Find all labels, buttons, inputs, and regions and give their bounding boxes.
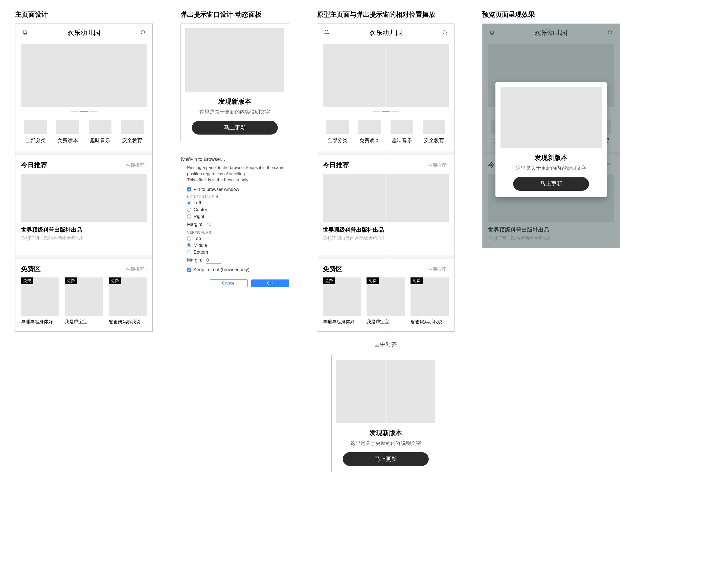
- col2-title: 弹出提示窗口设计-动态面板: [180, 10, 289, 19]
- svg-line-1: [144, 34, 145, 35]
- h-pin-right[interactable]: Right: [187, 214, 289, 219]
- bell-icon[interactable]: [21, 29, 29, 36]
- free-item[interactable]: 免费 爸爸妈妈听我说: [109, 277, 147, 325]
- free-more-link[interactable]: 往期推荐›: [126, 266, 147, 272]
- search-icon[interactable]: [441, 29, 449, 36]
- free-more-link[interactable]: 往期推荐›: [428, 266, 449, 272]
- recommend-title: 今日推荐: [21, 161, 47, 169]
- col-preview: 预览页面呈现效果 欢乐幼儿园 全部: [482, 10, 620, 269]
- popup-image-placeholder: [501, 87, 602, 148]
- recommend-image-placeholder[interactable]: [21, 174, 147, 222]
- category-item[interactable]: 全部分类: [23, 120, 48, 144]
- col-layout-relation: 原型主页面与弹出提示窗的相对位置摆放 欢乐幼儿园 全部分类 免费读本: [317, 10, 454, 472]
- free-section: 免费区 往期推荐› 免费 早睡早起身体好 免费 我是乖宝宝 免费: [15, 259, 152, 331]
- col3-title: 原型主页面与弹出提示窗的相对位置摆放: [317, 10, 435, 19]
- svg-point-0: [141, 31, 145, 34]
- hero-banner-placeholder[interactable]: [21, 44, 147, 107]
- horizontal-pin-label: HORIZONTAL PIN: [187, 195, 289, 199]
- category-item[interactable]: 趣味音乐: [87, 120, 113, 144]
- popup-image-placeholder: [185, 28, 284, 92]
- vertical-pin-label: VERTICAL PIN: [187, 230, 289, 234]
- popup-title: 发现新版本: [218, 97, 251, 106]
- ok-button[interactable]: OK: [251, 279, 289, 287]
- col1-title: 主页面设计: [15, 10, 153, 19]
- category-item[interactable]: 免费读本: [357, 120, 382, 144]
- free-badge: 免费: [21, 277, 33, 284]
- popup-panel-centered: 发现新版本 这里是关于更新的内容说明文字 马上更新: [331, 355, 440, 472]
- v-pin-middle[interactable]: Middle: [187, 243, 289, 248]
- free-item[interactable]: 免费 我是乖宝宝: [65, 277, 103, 325]
- keep-in-front-checkbox[interactable]: [187, 267, 191, 271]
- svg-point-2: [443, 31, 446, 34]
- center-align-caption: 居中对齐: [375, 341, 397, 348]
- keep-in-front-row[interactable]: Keep in front (browser only): [187, 267, 289, 272]
- col-main-design: 主页面设计 欢乐幼儿园 全部分类 免费读本 趣味音乐 安全教育: [15, 10, 153, 332]
- update-modal: 发现新版本 这里是关于更新的内容说明文字 马上更新: [495, 82, 607, 197]
- app-title: 欢乐幼儿园: [67, 28, 100, 37]
- phone-mock-1: 欢乐幼儿园 全部分类 免费读本 趣味音乐 安全教育 今日推荐: [15, 24, 153, 332]
- carousel-indicator: [15, 111, 152, 112]
- recommend-section: 今日推荐 往期推荐› 世界顶级科普出版社出品 你想证明自己的是动物大师么?: [15, 155, 152, 248]
- chevron-right-icon: ›: [145, 266, 147, 271]
- pin-header: 设置Pin to Browser...: [180, 156, 289, 163]
- recommend-item-subtitle: 你想证明自己的是动物大师么?: [21, 235, 147, 241]
- popup-description: 这里是关于更新的内容说明文字: [199, 108, 270, 115]
- search-icon[interactable]: [139, 29, 147, 36]
- cancel-button[interactable]: Cancel: [210, 279, 248, 287]
- svg-line-3: [446, 34, 447, 35]
- popup-image-placeholder: [336, 360, 435, 423]
- recommend-item-title: 世界顶级科普出版社出品: [21, 226, 147, 234]
- h-pin-center[interactable]: Center: [187, 207, 289, 212]
- margin-v-input[interactable]: [206, 257, 221, 263]
- free-badge: 免费: [109, 277, 121, 284]
- chevron-right-icon: ›: [145, 162, 147, 168]
- pin-to-browser-checkbox[interactable]: [187, 187, 191, 191]
- popup-update-button[interactable]: 马上更新: [192, 121, 278, 134]
- category-item[interactable]: 趣味音乐: [389, 120, 415, 144]
- phone-mock-2: 欢乐幼儿园 全部分类 免费读本 趣味音乐 安全教育 今日推荐: [317, 24, 454, 332]
- popup-update-button[interactable]: 马上更新: [343, 452, 429, 466]
- v-pin-bottom[interactable]: Bottom: [187, 249, 289, 255]
- col4-title: 预览页面呈现效果: [482, 10, 620, 19]
- free-item[interactable]: 免费 早睡早起身体好: [21, 277, 59, 325]
- v-pin-top[interactable]: Top: [187, 236, 289, 241]
- free-title: 免费区: [21, 264, 41, 273]
- h-pin-left[interactable]: Left: [187, 200, 289, 205]
- pin-note: Pinning a panel to the browser keeps it …: [187, 165, 289, 183]
- margin-label-h: Margin:: [187, 222, 202, 227]
- col-popup-design: 弹出提示窗口设计-动态面板 发现新版本 这里是关于更新的内容说明文字 马上更新 …: [180, 10, 289, 287]
- recommend-more-link[interactable]: 往期推荐›: [428, 162, 449, 168]
- margin-h-input: [206, 221, 221, 228]
- popup-panel: 发现新版本 这里是关于更新的内容说明文字 马上更新: [180, 24, 289, 141]
- category-item[interactable]: 安全教育: [120, 120, 145, 144]
- category-item[interactable]: 全部分类: [325, 120, 350, 144]
- popup-update-button[interactable]: 马上更新: [513, 177, 589, 191]
- free-badge: 免费: [65, 277, 77, 284]
- pin-checkbox-row[interactable]: Pin to browser window: [187, 187, 289, 192]
- recommend-more-link[interactable]: 往期推荐›: [126, 162, 147, 168]
- margin-label-v: Margin:: [187, 257, 202, 263]
- bell-icon[interactable]: [323, 29, 330, 36]
- phone-mock-preview: 欢乐幼儿园 全部分类 免费读本 趣味音乐 安全教育: [482, 24, 620, 248]
- category-item[interactable]: 免费读本: [55, 120, 80, 144]
- hero-banner-placeholder[interactable]: [323, 44, 449, 107]
- category-item[interactable]: 安全教育: [421, 120, 447, 144]
- pin-to-browser-settings: 设置Pin to Browser... Pinning a panel to t…: [180, 156, 289, 287]
